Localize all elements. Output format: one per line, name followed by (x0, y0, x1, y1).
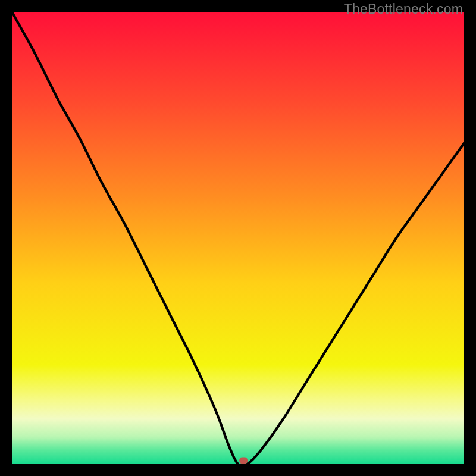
optimal-point-marker (239, 457, 248, 464)
chart-frame (12, 12, 464, 464)
watermark-text: TheBottleneck.com (344, 1, 463, 17)
bottleneck-chart (12, 12, 464, 464)
